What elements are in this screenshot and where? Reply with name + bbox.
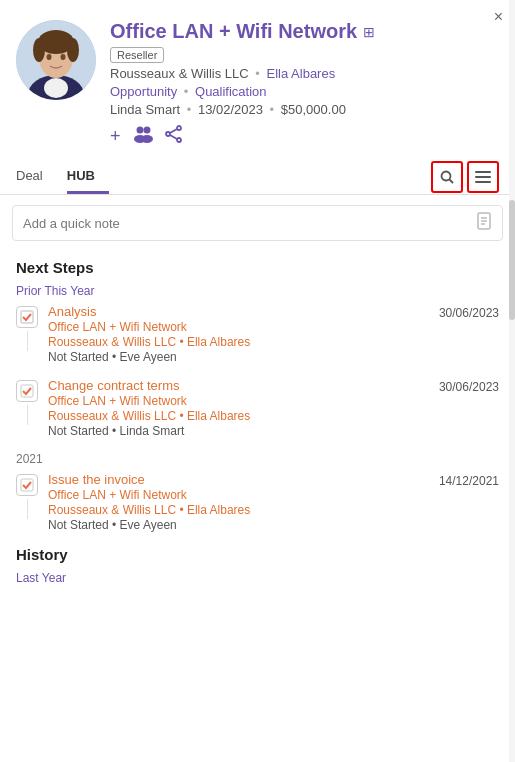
deal-info-line: Linda Smart • 13/02/2023 • $50,000.00 (110, 102, 499, 117)
year-label-2021: 2021 (16, 452, 499, 466)
svg-point-5 (33, 38, 45, 62)
svg-point-2 (44, 78, 68, 98)
activity-row: Change contract terms Office LAN + Wifi … (48, 378, 499, 438)
close-button[interactable]: × (494, 8, 503, 26)
activity-meta-line2: Rousseaux & Willis LLC • Ella Albares (48, 409, 250, 423)
activity-meta-line1: Office LAN + Wifi Network (48, 320, 250, 334)
activity-status: Not Started • Linda Smart (48, 424, 250, 438)
search-button[interactable] (431, 161, 463, 193)
svg-rect-21 (475, 176, 491, 178)
reseller-badge: Reseller (110, 47, 164, 63)
svg-rect-20 (475, 171, 491, 173)
person-name: Ella Albares (267, 66, 336, 81)
svg-point-14 (166, 132, 170, 136)
svg-point-9 (136, 127, 143, 134)
activity-date: 30/06/2023 (439, 304, 499, 364)
activity-date: 30/06/2023 (439, 378, 499, 438)
deal-amount: $50,000.00 (281, 102, 346, 117)
scrollbar[interactable] (509, 0, 515, 762)
opportunity-line: Opportunity • Qualification (110, 84, 499, 99)
activity-title[interactable]: Analysis (48, 304, 250, 319)
meta2: Qualification (195, 84, 267, 99)
company-name: Rousseaux & Willis LLC (110, 66, 249, 81)
quick-note-bar (12, 205, 503, 241)
note-icon (476, 212, 492, 234)
activity-icon-col (16, 304, 38, 351)
svg-point-8 (61, 54, 66, 60)
activity-title[interactable]: Issue the invoice (48, 472, 250, 487)
svg-line-16 (170, 129, 177, 133)
next-steps-title: Next Steps (16, 259, 499, 276)
quick-note-input[interactable] (23, 216, 476, 231)
svg-rect-29 (21, 479, 33, 491)
svg-point-10 (143, 127, 150, 134)
activity-icon-col (16, 472, 38, 519)
svg-point-18 (442, 172, 451, 181)
content-area: Next Steps Prior This Year Analysis Offi… (0, 251, 515, 591)
svg-rect-28 (21, 385, 33, 397)
activity-status: Not Started • Eve Ayeen (48, 350, 250, 364)
header: Office LAN + Wifi Network ⊞ Reseller Rou… (0, 0, 515, 160)
add-icon[interactable]: + (110, 126, 121, 147)
tab-hub[interactable]: HUB (67, 160, 109, 194)
avatar (16, 20, 96, 100)
scroll-thumb[interactable] (509, 200, 515, 320)
external-link-icon[interactable]: ⊞ (363, 24, 375, 40)
history-title: History (16, 546, 499, 563)
check-icon (16, 380, 38, 402)
meta1: Opportunity (110, 84, 177, 99)
svg-rect-22 (475, 181, 491, 183)
tabs-right-actions (431, 161, 499, 193)
svg-point-12 (141, 135, 153, 143)
menu-button[interactable] (467, 161, 499, 193)
activity-meta-line1: Office LAN + Wifi Network (48, 394, 250, 408)
opportunity-title: Office LAN + Wifi Network (110, 20, 357, 43)
check-icon (16, 474, 38, 496)
activity-body: Analysis Office LAN + Wifi Network Rouss… (48, 304, 499, 364)
svg-point-13 (177, 126, 181, 130)
activity-date: 14/12/2021 (439, 472, 499, 532)
activity-meta-line2: Rousseaux & Willis LLC • Ella Albares (48, 335, 250, 349)
svg-point-7 (47, 54, 52, 60)
activity-icon-col (16, 378, 38, 425)
action-icons: + (110, 125, 499, 148)
svg-point-6 (67, 38, 79, 62)
svg-rect-27 (21, 311, 33, 323)
year-label-prior: Prior This Year (16, 284, 499, 298)
team-icon[interactable] (133, 125, 153, 148)
activity-row: Issue the invoice Office LAN + Wifi Netw… (48, 472, 499, 532)
activity-meta-line1: Office LAN + Wifi Network (48, 488, 250, 502)
tabs-bar: Deal HUB (0, 160, 515, 195)
company-line: Rousseaux & Willis LLC • Ella Albares (110, 66, 499, 81)
svg-line-19 (450, 180, 454, 184)
check-icon (16, 306, 38, 328)
share-icon[interactable] (165, 125, 183, 148)
list-item: Issue the invoice Office LAN + Wifi Netw… (16, 472, 499, 532)
activity-body: Change contract terms Office LAN + Wifi … (48, 378, 499, 438)
header-info: Office LAN + Wifi Network ⊞ Reseller Rou… (110, 20, 499, 148)
activity-row: Analysis Office LAN + Wifi Network Rouss… (48, 304, 499, 364)
deal-date: 13/02/2023 (198, 102, 263, 117)
timeline-line (27, 331, 28, 351)
activity-title[interactable]: Change contract terms (48, 378, 250, 393)
year-label-last-year: Last Year (16, 571, 499, 585)
timeline-line (27, 405, 28, 425)
assigned-person: Linda Smart (110, 102, 180, 117)
svg-point-15 (177, 138, 181, 142)
list-item: Analysis Office LAN + Wifi Network Rouss… (16, 304, 499, 364)
activity-body: Issue the invoice Office LAN + Wifi Netw… (48, 472, 499, 532)
activity-meta-line2: Rousseaux & Willis LLC • Ella Albares (48, 503, 250, 517)
svg-line-17 (170, 135, 177, 139)
tab-deal[interactable]: Deal (16, 160, 57, 194)
timeline-line (27, 499, 28, 519)
activity-status: Not Started • Eve Ayeen (48, 518, 250, 532)
title-row: Office LAN + Wifi Network ⊞ (110, 20, 499, 43)
list-item: Change contract terms Office LAN + Wifi … (16, 378, 499, 438)
